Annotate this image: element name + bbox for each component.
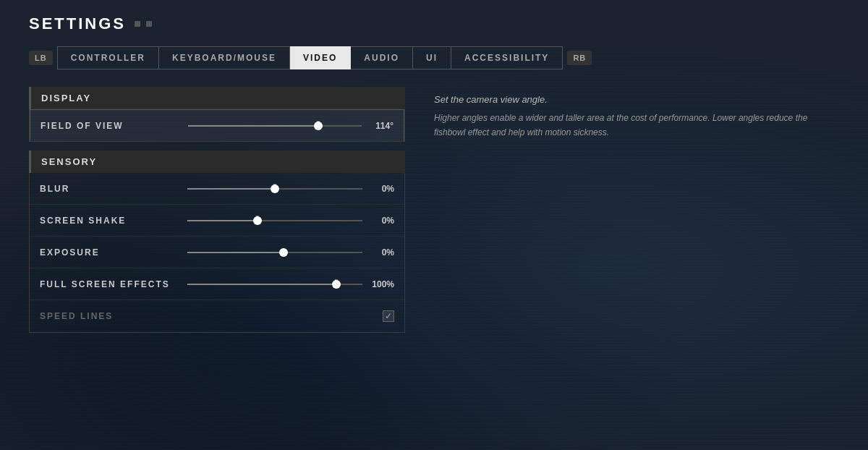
description-body: Higher angles enable a wider and taller … bbox=[434, 111, 839, 140]
blur-slider-fill bbox=[187, 188, 275, 190]
blur-slider-thumb[interactable] bbox=[271, 184, 279, 193]
screen-shake-slider-track[interactable] bbox=[187, 220, 362, 221]
tab-video[interactable]: VIDEO bbox=[290, 46, 351, 69]
fov-value: 114° bbox=[365, 121, 393, 131]
sensory-settings-group: BLUR 0% SCREEN SHAKE bbox=[29, 173, 405, 333]
tab-ui[interactable]: UI bbox=[413, 46, 451, 69]
display-section-header: DISPLAY bbox=[29, 87, 405, 109]
page-title: SETTINGS bbox=[29, 14, 126, 33]
speed-lines-checkbox-container: ✓ bbox=[383, 310, 394, 322]
header-dot-2 bbox=[146, 21, 152, 27]
full-screen-effects-slider-fill bbox=[187, 284, 336, 285]
exposure-slider-thumb[interactable] bbox=[279, 248, 288, 257]
main-layout: DISPLAY FIELD OF VIEW 114° bbox=[29, 87, 839, 333]
sensory-section-header: SENSORY bbox=[29, 150, 405, 173]
header: SETTINGS bbox=[29, 14, 839, 33]
speed-lines-label: SPEED LINES bbox=[40, 311, 184, 321]
screen-shake-label: SCREEN SHAKE bbox=[40, 216, 184, 226]
sensory-group: SENSORY BLUR 0% bbox=[29, 150, 405, 333]
fov-row: FIELD OF VIEW 114° bbox=[30, 109, 404, 141]
header-dots bbox=[135, 21, 152, 27]
screen-shake-slider-thumb[interactable] bbox=[253, 216, 262, 225]
exposure-row: EXPOSURE 0% bbox=[30, 237, 404, 268]
fov-slider-thumb[interactable] bbox=[314, 122, 323, 130]
display-settings-group: FIELD OF VIEW 114° bbox=[29, 109, 405, 142]
full-screen-effects-slider-track[interactable] bbox=[187, 284, 362, 285]
exposure-value: 0% bbox=[365, 247, 394, 258]
blur-value: 0% bbox=[365, 184, 394, 194]
speed-lines-checkbox[interactable]: ✓ bbox=[383, 310, 394, 322]
full-screen-effects-row: FULL SCREEN EFFECTS 100% bbox=[30, 268, 404, 300]
screen-shake-slider-fill bbox=[187, 220, 258, 221]
full-screen-effects-slider-thumb[interactable] bbox=[332, 280, 341, 289]
fov-label: FIELD OF VIEW bbox=[41, 121, 185, 131]
exposure-slider-track[interactable] bbox=[187, 252, 362, 253]
exposure-label: EXPOSURE bbox=[40, 247, 184, 258]
left-panel: DISPLAY FIELD OF VIEW 114° bbox=[29, 87, 405, 333]
check-icon: ✓ bbox=[385, 311, 392, 321]
blur-slider-track[interactable] bbox=[187, 188, 362, 190]
exposure-slider-container bbox=[184, 252, 365, 253]
blur-slider-container bbox=[184, 188, 365, 190]
tab-accessibility[interactable]: ACCESSIBILITY bbox=[451, 46, 563, 69]
exposure-slider-fill bbox=[187, 252, 284, 253]
screen-shake-row: SCREEN SHAKE 0% bbox=[30, 205, 404, 237]
right-panel: Set the camera view angle. Higher angles… bbox=[434, 87, 839, 333]
screen-shake-value: 0% bbox=[365, 216, 394, 226]
fov-slider-container bbox=[185, 125, 365, 127]
header-dot-1 bbox=[135, 21, 140, 27]
tab-audio[interactable]: AUDIO bbox=[351, 46, 413, 69]
blur-label: BLUR bbox=[40, 184, 184, 194]
full-screen-effects-slider-container bbox=[184, 284, 365, 285]
full-screen-effects-label: FULL SCREEN EFFECTS bbox=[40, 279, 184, 289]
rb-button[interactable]: RB bbox=[567, 51, 592, 65]
description-title: Set the camera view angle. bbox=[434, 94, 839, 105]
blur-row: BLUR 0% bbox=[30, 173, 404, 205]
fov-slider-fill bbox=[188, 125, 318, 127]
fov-slider-track[interactable] bbox=[188, 125, 362, 127]
screen-shake-slider-container bbox=[184, 220, 365, 221]
full-screen-effects-value: 100% bbox=[365, 279, 394, 289]
speed-lines-row: SPEED LINES ✓ bbox=[30, 300, 404, 332]
lb-button[interactable]: LB bbox=[29, 51, 53, 65]
tab-keyboard-mouse[interactable]: KEYBOARD/MOUSE bbox=[159, 46, 290, 69]
tab-navigation: LB CONTROLLER KEYBOARD/MOUSE VIDEO AUDIO… bbox=[29, 46, 839, 69]
tab-controller[interactable]: CONTROLLER bbox=[57, 46, 159, 69]
